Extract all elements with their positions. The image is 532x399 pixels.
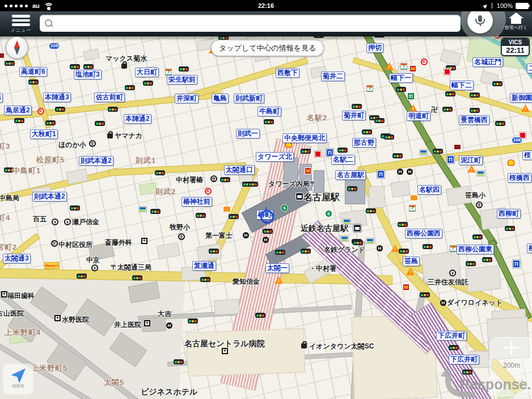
center-info-tooltip[interactable]: タップして中心の情報を見る — [211, 40, 324, 56]
traffic-light-icon[interactable] — [433, 149, 443, 154]
map-label[interactable]: 町4 — [0, 213, 10, 223]
map-label[interactable]: 菊井二 — [321, 72, 345, 81]
traffic-light-icon[interactable] — [374, 118, 385, 123]
map-label[interactable]: 井上医院 — [114, 320, 141, 330]
traffic-light-icon[interactable] — [5, 61, 15, 66]
hotel-icon[interactable]: H — [263, 237, 269, 243]
map-label[interactable]: 本陣通3 — [43, 93, 71, 102]
map-label[interactable]: 那古野 — [352, 138, 376, 148]
map-label[interactable]: 押切 — [366, 43, 383, 53]
map-label[interactable]: 則武本通2 — [32, 192, 67, 201]
map-label[interactable]: 佐古前町 — [94, 93, 125, 102]
hospital-icon[interactable]: + — [144, 320, 150, 326]
map-label[interactable]: 古山医院 — [0, 309, 24, 318]
familymart-icon[interactable] — [366, 238, 374, 243]
map-label[interactable]: 名駅二 — [331, 155, 355, 165]
map-label[interactable]: 名城正門 — [472, 57, 503, 67]
traffic-light-icon[interactable] — [220, 177, 230, 182]
eneos-icon[interactable] — [315, 151, 321, 157]
hotel-icon[interactable]: H — [397, 169, 403, 175]
map-label[interactable]: イオンタウン太閤SC — [309, 342, 374, 351]
familymart-icon[interactable] — [477, 171, 484, 176]
map-label[interactable]: タワーズ内局〒 — [268, 179, 316, 189]
map-label[interactable]: 近鉄名古屋駅 — [301, 224, 348, 234]
map-label[interactable]: 幅下一 — [389, 73, 413, 83]
traffic-light-icon[interactable] — [263, 229, 273, 234]
map-label[interactable]: 三井住友信託 — [428, 278, 468, 287]
map-label[interactable]: 愛知信金 — [233, 277, 260, 287]
map-label[interactable]: 太閤5 — [104, 377, 124, 388]
map-label[interactable]: 中島局 — [0, 194, 19, 203]
map-label[interactable]: 中村区役所 — [58, 240, 92, 250]
map-label[interactable]: 明道町 — [407, 111, 430, 121]
map-label[interactable]: 水野医院 — [62, 315, 89, 325]
circlek-icon[interactable]: K — [205, 188, 212, 195]
map-label[interactable]: 上米野町4 — [5, 327, 41, 338]
school-icon[interactable]: 文 — [89, 140, 96, 147]
map-label[interactable]: 笹島小 — [465, 191, 485, 200]
traffic-light-icon[interactable] — [45, 120, 56, 125]
subway-icon[interactable]: Π — [513, 260, 520, 268]
map-label[interactable]: 西敷下 — [276, 68, 299, 78]
hospital-icon[interactable]: + — [141, 238, 147, 244]
map-label[interactable]: 〒太閤通三局 — [111, 263, 151, 272]
mcdonalds-icon[interactable]: M — [305, 167, 311, 174]
station-icon[interactable] — [295, 192, 303, 200]
map-label[interactable]: 上米野町5 — [31, 363, 67, 373]
traffic-light-icon[interactable] — [200, 277, 210, 282]
map-label[interactable]: 太閤通3 — [3, 254, 31, 263]
traffic-light-icon[interactable] — [188, 318, 198, 324]
traffic-light-icon[interactable] — [442, 107, 453, 112]
seven-icon[interactable]: 7 — [409, 205, 416, 212]
map-label[interactable]: ビジネスホテル — [141, 387, 197, 397]
map-label[interactable]: 西柳公園西 — [405, 229, 442, 238]
menu-button[interactable]: メニュー — [9, 13, 33, 35]
bank-icon[interactable]: ¥ — [91, 264, 98, 271]
hotel-icon[interactable]: H — [407, 169, 413, 175]
traffic-light-icon[interactable] — [14, 118, 24, 123]
map-label[interactable]: 第一富士 — [205, 231, 233, 241]
traffic-light-icon[interactable] — [125, 85, 135, 90]
shell-icon[interactable] — [508, 159, 514, 166]
green_s-icon[interactable]: S — [325, 210, 332, 217]
map-label[interactable]: 百五 — [33, 215, 47, 224]
map-label[interactable]: 名駅2 — [307, 113, 327, 123]
compass-button[interactable] — [6, 36, 28, 59]
traffic-light-icon[interactable] — [420, 292, 430, 297]
traffic-light-icon[interactable] — [174, 359, 184, 364]
traffic-light-icon[interactable] — [83, 64, 94, 69]
map-label[interactable]: 中央郵便局北 — [282, 133, 327, 143]
map-label[interactable]: 大秋町1 — [30, 129, 58, 139]
search-input[interactable] — [57, 14, 461, 32]
traffic-light-icon[interactable] — [229, 214, 239, 219]
go-home-button[interactable]: 自宅へ行く — [503, 12, 530, 35]
traffic-light-icon[interactable] — [108, 107, 118, 112]
seven-icon[interactable]: 7 — [366, 85, 373, 92]
map-label[interactable]: 高道町6 — [19, 67, 47, 77]
map-label[interactable]: 太閤通口 — [224, 165, 255, 175]
traffic-light-icon[interactable] — [347, 186, 357, 191]
map-label[interactable]: 牛島町 — [257, 107, 281, 116]
redsign-icon[interactable] — [0, 53, 5, 58]
traffic-light-icon[interactable] — [275, 250, 285, 255]
redsign-icon[interactable] — [454, 144, 461, 150]
traffic-light-icon[interactable] — [449, 345, 459, 350]
hospital-icon[interactable]: + — [54, 315, 61, 321]
map-label[interactable]: 松原町5 — [36, 155, 65, 165]
map-label[interactable]: 町3 — [0, 141, 10, 152]
bank-icon[interactable]: ¥ — [52, 219, 58, 225]
map-label[interactable]: 名古屋駅 — [335, 170, 366, 180]
police-icon[interactable]: 交 — [210, 175, 217, 182]
traffic-light-icon[interactable] — [28, 79, 39, 85]
hotel-icon[interactable]: H — [166, 322, 172, 329]
traffic-light-icon[interactable] — [248, 182, 258, 187]
map-label[interactable]: 宮町2 — [0, 242, 17, 253]
map-label[interactable]: 則武一 — [236, 129, 260, 138]
traffic-light-icon[interactable] — [337, 148, 348, 153]
map-label[interactable]: 柳 — [527, 243, 532, 253]
traffic-light-icon[interactable] — [492, 81, 503, 86]
station-icon[interactable] — [353, 224, 361, 232]
traffic-light-icon[interactable] — [472, 234, 483, 240]
eneos-icon[interactable] — [444, 69, 450, 75]
map-label[interactable]: 瀬戸信金 — [72, 217, 99, 227]
